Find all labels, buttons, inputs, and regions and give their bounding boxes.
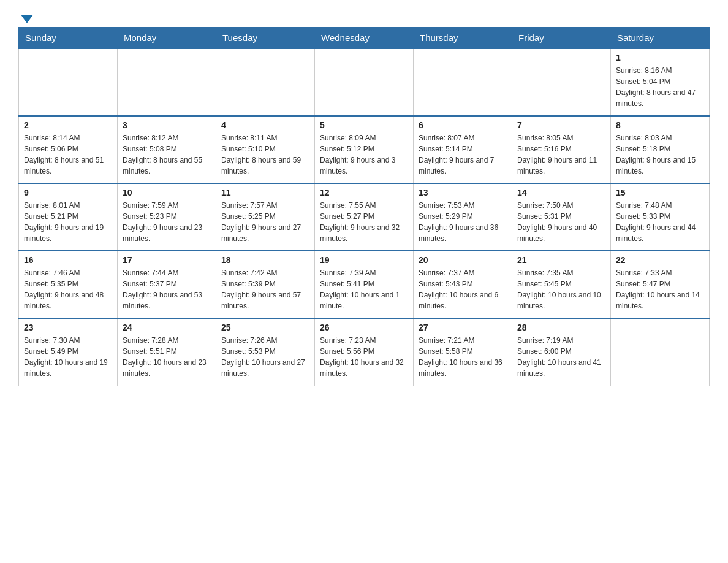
calendar-day-header: Tuesday	[216, 28, 315, 49]
calendar-week-row: 2Sunrise: 8:14 AM Sunset: 5:06 PM Daylig…	[19, 116, 710, 183]
calendar-day-cell: 9Sunrise: 8:01 AM Sunset: 5:21 PM Daylig…	[19, 183, 118, 251]
day-number: 27	[419, 323, 507, 332]
calendar-day-cell: 2Sunrise: 8:14 AM Sunset: 5:06 PM Daylig…	[19, 116, 118, 183]
day-info: Sunrise: 7:50 AM Sunset: 5:31 PM Dayligh…	[517, 200, 605, 244]
calendar-day-header: Monday	[118, 28, 216, 49]
day-number: 13	[419, 188, 507, 197]
calendar-day-header: Sunday	[19, 28, 118, 49]
day-number: 22	[616, 255, 704, 265]
calendar-day-cell	[118, 48, 216, 116]
calendar-day-cell: 28Sunrise: 7:19 AM Sunset: 6:00 PM Dayli…	[512, 318, 611, 386]
day-info: Sunrise: 8:09 AM Sunset: 5:12 PM Dayligh…	[320, 132, 408, 177]
calendar-day-cell: 20Sunrise: 7:37 AM Sunset: 5:43 PM Dayli…	[414, 251, 512, 318]
day-number: 19	[320, 255, 408, 265]
day-info: Sunrise: 7:46 AM Sunset: 5:35 PM Dayligh…	[24, 267, 112, 312]
day-number: 28	[517, 323, 605, 332]
day-number: 3	[123, 120, 211, 130]
day-info: Sunrise: 7:23 AM Sunset: 5:56 PM Dayligh…	[320, 335, 408, 379]
day-number: 16	[24, 255, 112, 265]
calendar-day-cell: 10Sunrise: 7:59 AM Sunset: 5:23 PM Dayli…	[118, 183, 216, 251]
day-number: 26	[320, 323, 408, 332]
calendar-day-cell: 11Sunrise: 7:57 AM Sunset: 5:25 PM Dayli…	[216, 183, 315, 251]
calendar-week-row: 23Sunrise: 7:30 AM Sunset: 5:49 PM Dayli…	[19, 318, 710, 386]
calendar-day-cell: 25Sunrise: 7:26 AM Sunset: 5:53 PM Dayli…	[216, 318, 315, 386]
calendar-day-header: Friday	[512, 28, 611, 49]
page-header	[18, 12, 710, 21]
day-number: 5	[320, 120, 408, 130]
day-number: 25	[221, 323, 309, 332]
day-info: Sunrise: 7:37 AM Sunset: 5:43 PM Dayligh…	[419, 267, 507, 312]
calendar-day-cell: 14Sunrise: 7:50 AM Sunset: 5:31 PM Dayli…	[512, 183, 611, 251]
day-number: 12	[320, 188, 408, 197]
day-number: 24	[123, 323, 211, 332]
logo-general-text	[18, 12, 33, 23]
day-number: 14	[517, 188, 605, 197]
day-info: Sunrise: 7:57 AM Sunset: 5:25 PM Dayligh…	[221, 200, 309, 244]
day-info: Sunrise: 8:12 AM Sunset: 5:08 PM Dayligh…	[123, 132, 211, 177]
calendar-day-header: Thursday	[414, 28, 512, 49]
calendar-week-row: 16Sunrise: 7:46 AM Sunset: 5:35 PM Dayli…	[19, 251, 710, 318]
logo	[18, 12, 33, 21]
day-number: 2	[24, 120, 112, 130]
day-number: 11	[221, 188, 309, 197]
calendar-day-cell: 19Sunrise: 7:39 AM Sunset: 5:41 PM Dayli…	[315, 251, 414, 318]
calendar-day-cell: 27Sunrise: 7:21 AM Sunset: 5:58 PM Dayli…	[414, 318, 512, 386]
calendar-day-cell: 13Sunrise: 7:53 AM Sunset: 5:29 PM Dayli…	[414, 183, 512, 251]
day-info: Sunrise: 7:28 AM Sunset: 5:51 PM Dayligh…	[123, 335, 211, 379]
day-info: Sunrise: 7:19 AM Sunset: 6:00 PM Dayligh…	[517, 335, 605, 379]
day-number: 10	[123, 188, 211, 197]
day-number: 7	[517, 120, 605, 130]
calendar-day-header: Saturday	[611, 28, 710, 49]
calendar-day-cell	[512, 48, 611, 116]
day-info: Sunrise: 8:01 AM Sunset: 5:21 PM Dayligh…	[24, 200, 112, 244]
calendar-day-header: Wednesday	[315, 28, 414, 49]
calendar-day-cell: 23Sunrise: 7:30 AM Sunset: 5:49 PM Dayli…	[19, 318, 118, 386]
calendar-day-cell: 21Sunrise: 7:35 AM Sunset: 5:45 PM Dayli…	[512, 251, 611, 318]
calendar-week-row: 1Sunrise: 8:16 AM Sunset: 5:04 PM Daylig…	[19, 48, 710, 116]
calendar-day-cell	[216, 48, 315, 116]
day-number: 8	[616, 120, 704, 130]
day-info: Sunrise: 7:48 AM Sunset: 5:33 PM Dayligh…	[616, 200, 704, 244]
day-info: Sunrise: 7:33 AM Sunset: 5:47 PM Dayligh…	[616, 267, 704, 312]
day-info: Sunrise: 7:44 AM Sunset: 5:37 PM Dayligh…	[123, 267, 211, 312]
calendar-day-cell: 16Sunrise: 7:46 AM Sunset: 5:35 PM Dayli…	[19, 251, 118, 318]
calendar-day-cell: 15Sunrise: 7:48 AM Sunset: 5:33 PM Dayli…	[611, 183, 710, 251]
day-info: Sunrise: 7:55 AM Sunset: 5:27 PM Dayligh…	[320, 200, 408, 244]
day-info: Sunrise: 7:21 AM Sunset: 5:58 PM Dayligh…	[419, 335, 507, 379]
day-number: 21	[517, 255, 605, 265]
calendar-day-cell	[414, 48, 512, 116]
day-number: 15	[616, 188, 704, 197]
calendar-day-cell: 7Sunrise: 8:05 AM Sunset: 5:16 PM Daylig…	[512, 116, 611, 183]
day-number: 18	[221, 255, 309, 265]
calendar-header-row: SundayMondayTuesdayWednesdayThursdayFrid…	[19, 28, 710, 49]
calendar-day-cell: 22Sunrise: 7:33 AM Sunset: 5:47 PM Dayli…	[611, 251, 710, 318]
day-info: Sunrise: 7:53 AM Sunset: 5:29 PM Dayligh…	[419, 200, 507, 244]
calendar-day-cell	[19, 48, 118, 116]
day-info: Sunrise: 8:11 AM Sunset: 5:10 PM Dayligh…	[221, 132, 309, 177]
calendar-table: SundayMondayTuesdayWednesdayThursdayFrid…	[18, 27, 710, 386]
calendar-day-cell: 24Sunrise: 7:28 AM Sunset: 5:51 PM Dayli…	[118, 318, 216, 386]
calendar-day-cell: 6Sunrise: 8:07 AM Sunset: 5:14 PM Daylig…	[414, 116, 512, 183]
calendar-day-cell: 4Sunrise: 8:11 AM Sunset: 5:10 PM Daylig…	[216, 116, 315, 183]
day-info: Sunrise: 7:59 AM Sunset: 5:23 PM Dayligh…	[123, 200, 211, 244]
logo-arrow-icon	[21, 15, 33, 23]
day-info: Sunrise: 7:26 AM Sunset: 5:53 PM Dayligh…	[221, 335, 309, 379]
day-info: Sunrise: 8:03 AM Sunset: 5:18 PM Dayligh…	[616, 132, 704, 177]
calendar-day-cell: 1Sunrise: 8:16 AM Sunset: 5:04 PM Daylig…	[611, 48, 710, 116]
day-number: 9	[24, 188, 112, 197]
day-info: Sunrise: 8:14 AM Sunset: 5:06 PM Dayligh…	[24, 132, 112, 177]
day-info: Sunrise: 8:05 AM Sunset: 5:16 PM Dayligh…	[517, 132, 605, 177]
day-info: Sunrise: 8:07 AM Sunset: 5:14 PM Dayligh…	[419, 132, 507, 177]
day-info: Sunrise: 8:16 AM Sunset: 5:04 PM Dayligh…	[616, 65, 704, 109]
day-info: Sunrise: 7:30 AM Sunset: 5:49 PM Dayligh…	[24, 335, 112, 379]
calendar-day-cell: 8Sunrise: 8:03 AM Sunset: 5:18 PM Daylig…	[611, 116, 710, 183]
calendar-week-row: 9Sunrise: 8:01 AM Sunset: 5:21 PM Daylig…	[19, 183, 710, 251]
calendar-day-cell	[611, 318, 710, 386]
calendar-day-cell: 26Sunrise: 7:23 AM Sunset: 5:56 PM Dayli…	[315, 318, 414, 386]
day-number: 4	[221, 120, 309, 130]
day-number: 20	[419, 255, 507, 265]
calendar-day-cell: 18Sunrise: 7:42 AM Sunset: 5:39 PM Dayli…	[216, 251, 315, 318]
calendar-day-cell: 12Sunrise: 7:55 AM Sunset: 5:27 PM Dayli…	[315, 183, 414, 251]
calendar-day-cell: 17Sunrise: 7:44 AM Sunset: 5:37 PM Dayli…	[118, 251, 216, 318]
calendar-day-cell	[315, 48, 414, 116]
